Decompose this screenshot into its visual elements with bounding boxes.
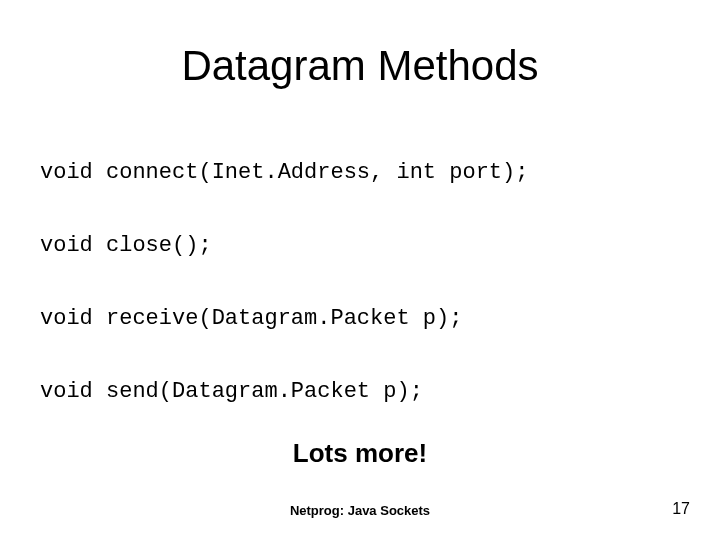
code-line: void receive(Datagram.Packet p); bbox=[40, 306, 680, 331]
code-block: void connect(Inet.Address, int port); vo… bbox=[40, 160, 680, 452]
slide: Datagram Methods void connect(Inet.Addre… bbox=[0, 0, 720, 540]
slide-title: Datagram Methods bbox=[0, 42, 720, 90]
page-number: 17 bbox=[672, 500, 690, 518]
code-line: void send(Datagram.Packet p); bbox=[40, 379, 680, 404]
code-line: void close(); bbox=[40, 233, 680, 258]
code-line: void connect(Inet.Address, int port); bbox=[40, 160, 680, 185]
footer-text: Netprog: Java Sockets bbox=[0, 503, 720, 518]
lots-more-text: Lots more! bbox=[0, 438, 720, 469]
